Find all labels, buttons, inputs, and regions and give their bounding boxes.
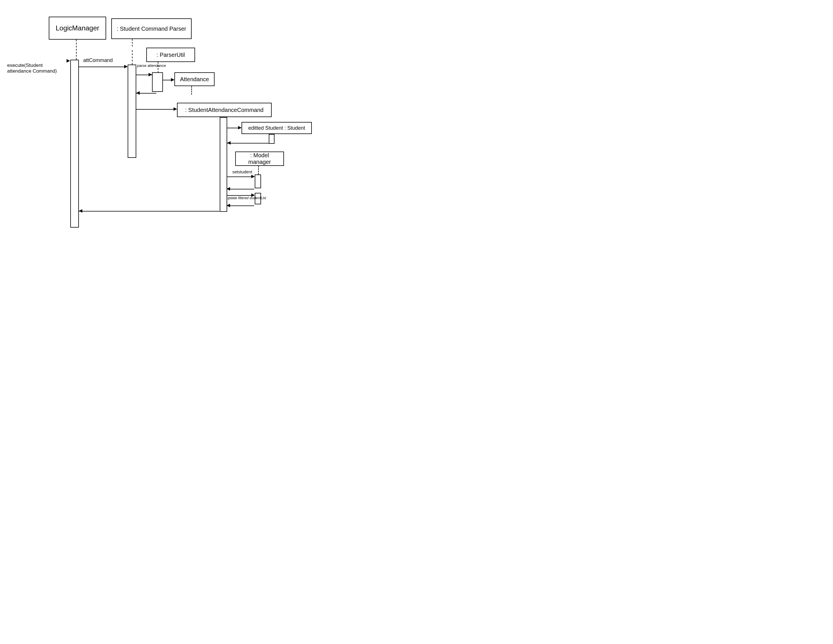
label: update filtered studentList: [227, 196, 266, 200]
arrow-line: [79, 211, 219, 211]
arrow-head: [66, 59, 70, 63]
activation-parser-util: [152, 72, 163, 92]
label: editted Student : Student: [248, 125, 305, 131]
arrow-head: [238, 126, 241, 129]
arrow-head: [251, 175, 255, 178]
lifeline: [76, 40, 77, 60]
message-parse-attendance: parse attendance: [137, 64, 166, 68]
message-att-command: attCommand: [83, 57, 113, 63]
activation-student-attendance-command: [220, 117, 227, 212]
participant-attendance: Attendance: [174, 72, 215, 86]
arrow-line: [227, 177, 254, 177]
participant-student-command-parser: : Student Command Parser: [111, 18, 191, 39]
arrow-head: [124, 65, 128, 68]
lifeline: [132, 39, 132, 47]
arrow-head: [227, 204, 230, 207]
label: parse attendance: [137, 63, 166, 68]
message-set-student: setstudent: [232, 169, 252, 174]
activation-student-command-parser: [128, 64, 136, 158]
activation-edited-student: [269, 134, 275, 144]
arrow-head: [251, 193, 255, 197]
arrow-head: [136, 91, 140, 95]
arrow-head: [79, 209, 82, 213]
arrow-line: [227, 143, 269, 143]
label: : Student Command Parser: [117, 26, 186, 32]
participant-parser-util: : ParserUtil: [146, 48, 195, 62]
participant-logic-manager: LogicManager: [49, 17, 106, 40]
lifeline: [132, 50, 132, 64]
arrow-line: [136, 109, 177, 109]
arrow-head: [227, 187, 230, 190]
arrow-line: [79, 67, 127, 67]
arrow-head: [174, 107, 177, 111]
message-update-filtered: update filtered studentList: [227, 196, 266, 200]
arrow-head: [227, 141, 231, 145]
arrow-line: [227, 195, 254, 196]
label: : ParserUtil: [157, 52, 185, 58]
label: attCommand: [83, 57, 113, 63]
label: execute(Student attendance Command): [7, 63, 57, 74]
label: : Model manager: [238, 152, 281, 165]
message-execute: execute(Student attendance Command): [7, 63, 68, 74]
label: LogicManager: [56, 24, 99, 32]
arrow-head: [149, 73, 152, 76]
lifeline: [258, 166, 259, 174]
lifeline: [191, 86, 192, 95]
participant-student-attendance-command: : StudentAttendanceCommand: [177, 103, 272, 117]
label: Attendance: [180, 76, 209, 83]
arrow-line: [227, 206, 254, 206]
label: setstudent: [232, 169, 252, 174]
arrow-line: [227, 189, 254, 189]
label: : StudentAttendanceCommand: [185, 107, 264, 113]
participant-edited-student: editted Student : Student: [241, 122, 312, 134]
activation-model-manager-1: [255, 174, 261, 188]
activation-logic-manager: [70, 60, 79, 228]
arrow-head: [171, 78, 174, 82]
participant-model-manager: : Model manager: [235, 151, 284, 166]
